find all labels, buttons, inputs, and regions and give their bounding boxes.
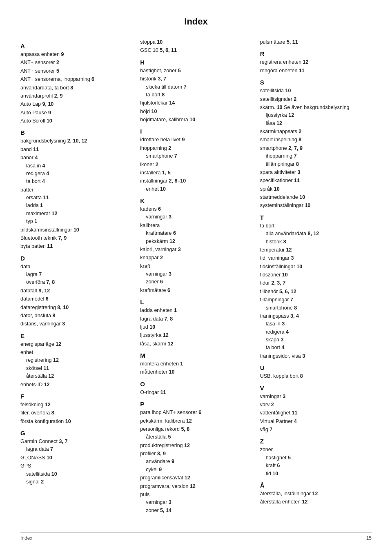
sub-entry: typ 1 bbox=[20, 218, 132, 225]
entry-block: puls varningar 3 zoner 5, 14 bbox=[140, 491, 252, 514]
entry-block: kadens 6 varningar 3 bbox=[140, 205, 252, 221]
entry-block: rengöra enheten 11 bbox=[260, 67, 372, 75]
index-entry: träningspass 3, 4 bbox=[260, 313, 299, 319]
index-col-3: pulsmätare 5, 11 R registrera enheten 12… bbox=[256, 38, 372, 515]
entry-block: banor 4 läsa in 4 redigera 4 ta bort 4 bbox=[20, 154, 132, 186]
entry-block: tillämpningar 7 smartphone 8 bbox=[260, 296, 372, 312]
index-entry: kraft bbox=[140, 263, 150, 269]
index-entry: felsökning 12 bbox=[20, 402, 51, 407]
entry-block: kraftmätare 6 bbox=[140, 287, 252, 294]
index-entry: byta batteri 11 bbox=[20, 243, 53, 249]
sub-entry: återställa 12 bbox=[20, 372, 132, 380]
entry-block: återställa enheten 12 bbox=[260, 498, 372, 506]
index-col-2: stoppa 10 GSC 10 5, 6, 11 H hastighet, z… bbox=[136, 38, 256, 515]
sub-entry: zoner 5, 14 bbox=[140, 507, 252, 514]
index-entry: produktregistrering 12 bbox=[140, 443, 190, 448]
index-entry: datafält 9, 12 bbox=[20, 288, 50, 294]
entry-block: distans, varningar 3 bbox=[20, 320, 132, 328]
entry-block: batteri ersätta 11 ladda 1 maximerar 12 … bbox=[20, 186, 132, 226]
sub-entry: skapa 3 bbox=[260, 336, 372, 344]
index-entry: specifikationer 11 bbox=[260, 178, 300, 183]
index-entry: hastighet, zoner 5 bbox=[140, 68, 180, 73]
index-entry: historik 3, 7 bbox=[140, 76, 166, 82]
index-entry: band 11 bbox=[20, 147, 39, 152]
index-entry: USB, koppla bort 8 bbox=[260, 373, 303, 379]
index-entry: idrottare hela livet 9 bbox=[140, 137, 185, 143]
entry-block: lagra data 7, 8 bbox=[140, 315, 252, 323]
index-entry: återställa enheten 12 bbox=[260, 499, 308, 505]
section-Z: Z bbox=[260, 438, 372, 445]
section-I: I bbox=[140, 128, 252, 135]
index-entry: tillbehör 5, 6, 12 bbox=[260, 289, 296, 294]
entry-block: programvara, version 12 bbox=[140, 483, 252, 490]
section-V: V bbox=[260, 385, 372, 392]
entry-block: data lagra 7 överföra 7, 8 bbox=[20, 263, 132, 287]
index-entry: ta bort bbox=[260, 223, 274, 229]
entry-block: måttenheter 10 bbox=[140, 368, 252, 376]
entry-block: bakgrundsbelysning 2, 10, 12 bbox=[20, 137, 132, 145]
sub-entry: maximerar 12 bbox=[20, 210, 132, 218]
section-S: S bbox=[260, 79, 372, 86]
sub-entry: kraft 6 bbox=[260, 462, 372, 470]
index-entry: profiler 8, 9 bbox=[140, 451, 166, 456]
index-entry: enhet bbox=[20, 350, 33, 355]
index-entry: GLONASS 10 bbox=[20, 455, 52, 461]
sub-entry: varningar 3 bbox=[140, 270, 252, 278]
sub-entry: varningar 3 bbox=[140, 213, 252, 221]
footer-right: 15 bbox=[366, 535, 372, 541]
index-entry: första konfiguration 10 bbox=[20, 419, 71, 424]
index-entry: måttenheter 10 bbox=[140, 369, 174, 375]
index-col-1: A anpassa enheten 9 ANT+ sensorer 2 ANT+… bbox=[20, 38, 136, 515]
sub-entry: historik 8 bbox=[260, 238, 372, 246]
index-entry: rengöra enheten 11 bbox=[260, 68, 305, 73]
index-entry: pulsmätare 5, 11 bbox=[260, 39, 298, 45]
sub-entry: ihopparning 7 bbox=[260, 152, 372, 160]
section-U: U bbox=[260, 364, 372, 371]
sub-entry: lagra data 7 bbox=[20, 445, 132, 453]
entry-block: vattentålighet 11 bbox=[260, 409, 372, 417]
entry-block: montera enheten 1 bbox=[140, 360, 252, 368]
index-entry: dator, ansluta 8 bbox=[20, 313, 55, 318]
entry-block: tillbehör 5, 6, 12 bbox=[260, 288, 372, 296]
entry-block: hastighet, zoner 5 bbox=[140, 67, 252, 75]
index-entry: ljusstyrka 12 bbox=[140, 332, 168, 338]
sub-entry: ladda 1 bbox=[20, 202, 132, 209]
section-AA: Å bbox=[260, 482, 372, 489]
entry-block: Auto Lap 9, 10 bbox=[20, 100, 132, 108]
entry-block: GPS satellitsida 10 signal 2 bbox=[20, 462, 132, 486]
entry-block: höjdmätare, kalibrera 10 bbox=[140, 116, 252, 124]
section-R: R bbox=[260, 50, 372, 57]
section-K: K bbox=[140, 197, 252, 204]
index-entry: ladda enheten 1 bbox=[140, 307, 177, 313]
index-entry: Auto Scroll 10 bbox=[20, 118, 52, 124]
entry-block: ANT+ sensorerna, ihopparning 6 bbox=[20, 76, 132, 83]
entry-block: startmeddelande 10 bbox=[260, 194, 372, 201]
entry-block: tid, varningar 3 bbox=[260, 254, 372, 262]
section-G: G bbox=[20, 430, 132, 436]
entry-block: personliga rekord 5, 8 återställa 5 bbox=[140, 425, 252, 441]
index-entry: lagra data 7, 8 bbox=[140, 316, 173, 322]
index-entry: användardata, ta bort 8 bbox=[20, 85, 73, 91]
sub-entry: satellitsida 10 bbox=[20, 470, 132, 478]
index-entry: Virtual Partner 4 bbox=[260, 419, 297, 424]
sub-entry: redigera 4 bbox=[20, 170, 132, 178]
index-entry: satellitsignaler 2 bbox=[260, 96, 297, 102]
entry-block: kalibrera kraftmätare 6 pekskärm 12 bbox=[140, 222, 252, 245]
entry-block: varv 2 bbox=[260, 401, 372, 409]
index-entry: hjulstorlekar 14 bbox=[140, 100, 175, 106]
sub-entry: skötsel 11 bbox=[20, 365, 132, 372]
index-entry: ANT+ sensorer 5 bbox=[20, 68, 59, 74]
entry-block: ljud 10 bbox=[140, 323, 252, 331]
entry-block: låsa, skärm 12 bbox=[140, 340, 252, 348]
entry-block: skärm. 10 Se även bakgrundsbelysning lju… bbox=[260, 104, 372, 127]
index-entry: språk 10 bbox=[260, 186, 280, 192]
sub-entry: redigera 4 bbox=[260, 328, 372, 336]
entry-block: ljusstyrka 12 bbox=[140, 332, 252, 339]
entry-block: registrera enheten 12 bbox=[260, 58, 372, 66]
index-entry: ihopparning 2 bbox=[140, 145, 171, 151]
index-entry: dataregistrering 8, 10 bbox=[20, 305, 69, 310]
entry-block: ANT+ sensorer 5 bbox=[20, 67, 132, 75]
index-entry: para ihop ANT+ sensorer 6 bbox=[140, 410, 201, 415]
entry-block: Garmin Connect 3, 7 lagra data 7 bbox=[20, 438, 132, 454]
sub-entry: pekskärm 12 bbox=[140, 238, 252, 245]
